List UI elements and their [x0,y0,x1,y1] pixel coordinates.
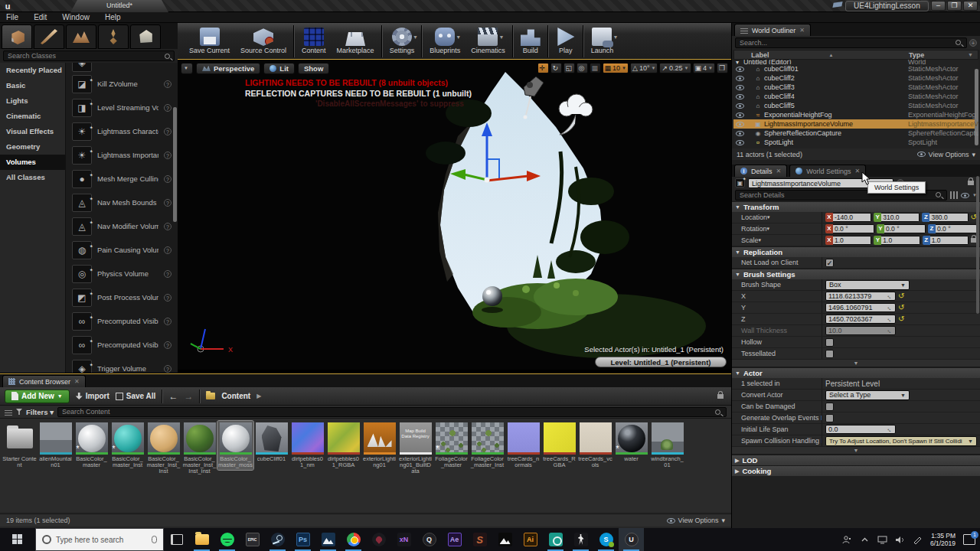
volume-item-lightmass-importance[interactable]: ☀Lightmass Importance? [66,143,178,167]
taskbar-camtasia[interactable] [543,528,568,551]
asset-dirtpebbles01-rgba[interactable]: dirtpebbles01_RGBA [325,421,361,470]
outliner-row-cubecliff5[interactable]: ⌂cubeCliff5StaticMeshActor [733,101,978,110]
forward-button[interactable]: → [184,391,193,402]
checkbox-can-be-damaged[interactable] [825,403,834,411]
axis-field-y[interactable]: Y0.0 ° [877,224,926,233]
help-icon[interactable]: ? [164,152,172,159]
camera-speed-button[interactable]: ▣ 4▼ [693,63,715,73]
eye-icon[interactable] [736,76,744,81]
section-header-brush-settings[interactable]: ▼Brush Settings [732,269,980,279]
spin-field-x[interactable]: 1118.6213379↔ [825,292,896,301]
menu-window[interactable]: Window [62,13,90,21]
expand-arrow-icon[interactable]: ▾ [733,60,741,64]
taskbar-file-explorer[interactable] [189,528,214,551]
spinner-icon[interactable]: ↔ [884,325,894,335]
save-all-button[interactable]: Save All [116,392,156,400]
help-icon[interactable]: ? [164,175,172,183]
spin-field-y[interactable]: 1496.1060791↔ [825,303,896,312]
mode-tab-paint[interactable] [34,24,64,49]
category-lights[interactable]: Lights [0,93,65,109]
outliner-row-cubecliff01[interactable]: ⌂cubeCliff01StaticMeshActor [733,64,978,73]
dropdown-arrow-icon[interactable]: ▼ [499,34,505,40]
asset-dirtpebbles01-nm[interactable]: dirtpebbles01_nm [289,421,325,470]
checkbox-net-load-on-client[interactable]: ✓ [825,259,834,267]
scale-snap-button[interactable]: ↗ 0.25▼ [659,63,691,73]
axis-field-x[interactable]: X1.0 [825,236,871,245]
rotation-snap-button[interactable]: △ 10°▼ [630,63,658,73]
close-tab-icon[interactable]: ✕ [776,168,782,174]
close-tab-icon[interactable]: ✕ [74,378,80,385]
eye-icon[interactable] [736,112,744,118]
category-geometry[interactable]: Geometry [0,139,65,155]
microphone-icon[interactable] [152,536,157,543]
dropdown-arrow-icon[interactable]: ▼ [577,34,582,40]
axis-value[interactable]: -140.0 [833,213,871,222]
asset-basiccolor-master-moss[interactable]: BasicColor_master_moss [217,421,253,470]
asset-basiccolor-master-inst-inst[interactable]: BasicColor_master_Inst_Inst [145,421,181,476]
dropdown-spawn-collision-handling-me[interactable]: Try To Adjust Location, Don't Spawn If S… [825,436,977,446]
outliner-row-exponentialheightfog[interactable]: ≈ExponentialHeightFogExponentialHeightFo… [733,110,978,119]
taskbar-steam[interactable] [265,528,290,551]
category-basic[interactable]: Basic [0,78,65,93]
outliner-row-cubecliff3[interactable]: ⌂cubeCliff3StaticMeshActor [733,83,978,92]
gizmo-center[interactable] [485,178,490,183]
asset-water[interactable]: *water [613,421,649,464]
asset-treecards-normals[interactable]: treeCards_normals [505,421,541,470]
taskbar-epic-games[interactable]: EPIC [240,528,265,551]
perspective-button[interactable]: Perspective [196,63,260,74]
world-settings-tab[interactable]: World Settings✕ [789,165,866,177]
eye-icon[interactable] [736,103,744,109]
asset-foliagecolor-master[interactable]: *FoliageColor_master [433,421,469,470]
reset-to-default-icon[interactable]: ↺ [898,304,904,311]
reset-to-default-icon[interactable]: ↺ [898,292,904,300]
category-cinematic[interactable]: Cinematic [0,109,65,124]
clock[interactable]: 1:35 PM 6/1/2019 [930,532,956,547]
display-filter-eye-icon[interactable] [961,193,969,198]
taskbar-zbrush-figure[interactable] [568,528,593,551]
surface-snap-button[interactable]: ▦ [590,63,601,73]
taskbar-after-effects[interactable]: Ae [442,528,467,551]
content-browser-tab[interactable]: Content Browser✕ [2,375,86,387]
dropdown-arrow-icon[interactable]: ▼ [613,34,619,40]
play-button[interactable]: ▼Play [550,27,581,55]
taskbar-quixel[interactable]: Q [416,528,442,551]
asset-exteriorlighting01-builtdata[interactable]: Map Build Data RegistryexteriorLighting0… [397,421,433,476]
start-button[interactable] [0,528,35,551]
axis-field-x[interactable]: X-140.0 [825,213,871,222]
volume-item-kill-zvolume[interactable]: ◪Kill ZVolume? [66,72,178,96]
cinematics-button[interactable]: ▼Cinematics [466,27,511,55]
menu-file[interactable]: File [6,13,18,21]
section-header-lod[interactable]: ▶LOD [732,455,980,465]
expand-more-arrow[interactable]: ▼ [732,447,980,455]
help-icon[interactable]: ? [164,318,172,325]
taskbar-task-view[interactable] [164,528,189,551]
volume-item-nav-modifier-volume[interactable]: ◬Nav Modifier Volume? [66,214,178,238]
rotate-tool-button[interactable]: ↻ [550,63,562,73]
sources-panel-icon[interactable] [5,409,12,416]
spin-field-initial-life-span[interactable]: 0.0↔ [825,425,896,434]
back-button[interactable]: ← [168,391,178,402]
content-button[interactable]: Content [296,27,332,55]
spinner-icon[interactable]: ↔ [884,291,894,301]
scale-tool-button[interactable]: ◱ [564,63,575,73]
volume-item-pain-causing-volume[interactable]: ◍Pain Causing Volume? [66,238,178,262]
taskbar-unreal-engine[interactable]: U [619,528,644,551]
axis-value[interactable]: 310.0 [881,213,920,222]
taskbar-image-viewer[interactable] [492,528,518,551]
checkbox-tessellated[interactable] [825,350,834,358]
asset-starter-content[interactable]: Starter Content [2,421,38,470]
category-volumes[interactable]: Volumes [0,155,65,170]
help-icon[interactable]: ? [164,365,172,373]
people-icon[interactable] [842,536,852,544]
spin-field-wall-thickness[interactable]: 10.0↔ [825,326,896,335]
help-icon[interactable]: ? [164,246,172,254]
axis-value[interactable]: 0.0 ° [833,224,874,233]
help-icon[interactable]: ? [164,294,172,302]
volume-icon[interactable] [895,536,905,544]
eye-icon[interactable] [736,122,744,127]
lit-mode-button[interactable]: Lit [263,63,295,74]
help-icon[interactable]: ? [164,199,172,207]
viewport[interactable]: X ▼ Perspective Lit Show ✛ ↻ ◱ ◎ ▦ ▦ 10▼… [178,60,731,370]
checkbox-hollow[interactable] [825,338,834,347]
pen-icon[interactable] [913,536,923,544]
